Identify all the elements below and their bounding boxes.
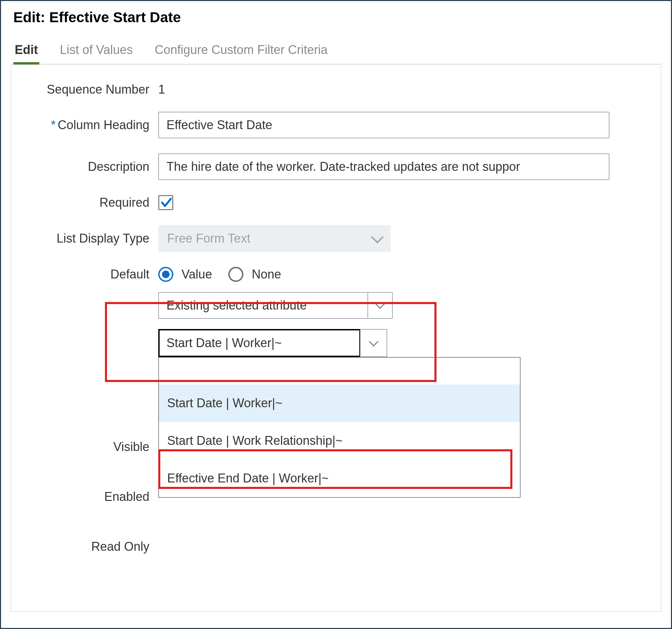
chevron-down-icon	[369, 337, 378, 346]
checkbox-required[interactable]	[158, 195, 173, 210]
check-icon	[161, 197, 172, 208]
label-required: Required	[22, 195, 158, 210]
combo-attribute-text[interactable]: Start Date | Worker|~	[158, 329, 361, 357]
row-default-value-select: Existing selected attribute	[22, 292, 650, 319]
row-list-display-type: List Display Type Free Form Text	[22, 225, 650, 252]
row-required: Required	[22, 195, 650, 210]
tab-configure-filter[interactable]: Configure Custom Filter Criteria	[153, 38, 329, 64]
select-default-value-type-button[interactable]	[367, 293, 392, 318]
label-column-heading: *Column Heading	[22, 118, 158, 132]
radio-default-value[interactable]: Value	[158, 267, 212, 282]
combo-attribute[interactable]: Start Date | Worker|~	[158, 329, 387, 357]
label-enabled: Enabled	[22, 490, 158, 504]
radio-default-none[interactable]: None	[228, 267, 281, 282]
dropdown-attribute-list[interactable]: Start Date | Worker|~ Start Date | Work …	[158, 357, 521, 498]
label-visible: Visible	[22, 440, 158, 454]
dialog-frame: Edit: Effective Start Date Edit List of …	[0, 0, 672, 629]
chevron-down-icon	[371, 231, 384, 244]
page-title: Edit: Effective Start Date	[13, 9, 661, 26]
tab-list-of-values[interactable]: List of Values	[58, 38, 134, 64]
combo-attribute-button[interactable]	[360, 329, 387, 357]
input-description[interactable]	[158, 153, 609, 180]
label-default: Default	[22, 267, 158, 282]
required-indicator-icon: *	[51, 118, 56, 132]
input-column-heading[interactable]	[158, 112, 609, 138]
edit-panel: Sequence Number 1 *Column Heading Descri…	[11, 65, 661, 612]
tab-bar: Edit List of Values Configure Custom Fil…	[11, 38, 661, 65]
label-description: Description	[22, 160, 158, 174]
chevron-down-icon	[375, 299, 385, 309]
label-sequence-number: Sequence Number	[22, 82, 158, 97]
select-list-display-value: Free Form Text	[167, 231, 250, 246]
radio-icon-selected	[158, 267, 173, 282]
dropdown-option-blank[interactable]	[159, 358, 520, 384]
value-sequence-number: 1	[158, 82, 650, 97]
select-default-value-type-text: Existing selected attribute	[166, 298, 367, 313]
label-read-only: Read Only	[22, 539, 158, 554]
radio-icon	[228, 267, 243, 282]
select-default-value-type[interactable]: Existing selected attribute	[158, 292, 393, 319]
tab-edit[interactable]: Edit	[13, 38, 39, 64]
lower-labels: Visible Enabled Read Only	[22, 440, 158, 554]
label-list-display-type: List Display Type	[22, 231, 158, 246]
select-list-display-type: Free Form Text	[158, 225, 391, 252]
dropdown-option-effective-end-date-worker[interactable]: Effective End Date | Worker|~	[159, 460, 520, 497]
row-column-heading: *Column Heading	[22, 112, 650, 138]
row-default: Default Value None	[22, 267, 650, 282]
row-sequence-number: Sequence Number 1	[22, 82, 650, 97]
row-description: Description	[22, 153, 650, 180]
dropdown-option-start-date-work-relationship[interactable]: Start Date | Work Relationship|~	[159, 422, 520, 460]
dropdown-option-start-date-worker[interactable]: Start Date | Worker|~	[159, 384, 520, 422]
